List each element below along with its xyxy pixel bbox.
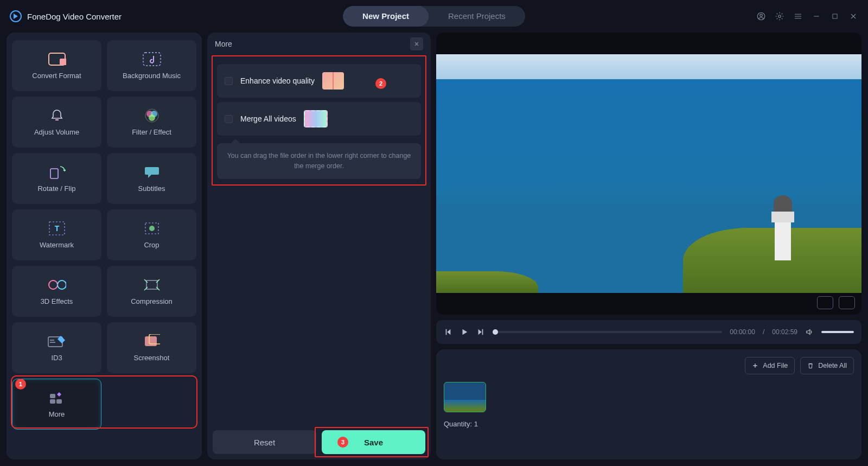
svg-rect-5 <box>60 59 66 65</box>
tool-watermark[interactable]: T Watermark <box>12 209 101 260</box>
close-icon[interactable] <box>410 37 423 50</box>
more-panel-header: More <box>207 33 431 55</box>
preview-corner-actions <box>817 296 855 309</box>
grid-apps-icon <box>48 391 66 405</box>
window-minimize-icon[interactable] <box>812 11 821 21</box>
account-icon[interactable] <box>756 11 766 21</box>
time-sep: / <box>763 328 764 336</box>
tool-rotate-flip[interactable]: Rotate / Flip <box>12 153 101 204</box>
tool-label: Adjust Volume <box>34 128 79 136</box>
tab-recent-projects[interactable]: Recent Projects <box>429 6 525 27</box>
tool-compression[interactable]: Compression <box>107 266 196 317</box>
option-enhance-quality[interactable]: Enhance video quality <box>217 64 421 98</box>
seek-bar[interactable] <box>493 331 722 333</box>
option-label: Merge All videos <box>240 114 296 123</box>
merge-preview-icon <box>304 110 328 127</box>
tab-new-project[interactable]: New Project <box>343 6 429 27</box>
tool-label: More <box>49 410 65 418</box>
tool-adjust-volume[interactable]: Adjust Volume <box>12 97 101 148</box>
music-frame-icon <box>143 52 161 66</box>
app-title: FoneDog Video Converter <box>27 12 122 21</box>
save-button-label: Save <box>364 438 383 447</box>
checkbox-enhance[interactable] <box>225 77 233 85</box>
time-total: 00:02:59 <box>772 328 797 336</box>
fullscreen-icon[interactable] <box>839 296 855 309</box>
merge-hint: You can drag the file order in the lower… <box>217 143 421 179</box>
more-panel-body: Enhance video quality 2 Merge All videos… <box>207 55 431 430</box>
next-frame-icon[interactable] <box>476 328 485 336</box>
snapshot-icon[interactable] <box>817 296 833 309</box>
film-icon <box>48 52 66 66</box>
svg-rect-23 <box>50 399 55 404</box>
project-tabs: New Project Recent Projects <box>343 6 525 27</box>
svg-rect-22 <box>50 394 55 398</box>
tool-filter-effect[interactable]: Filter / Effect <box>107 97 196 148</box>
preview-panel: 00:00:00 / 00:02:59 Add File Delete All <box>436 33 861 459</box>
tool-3d-effects[interactable]: 3D Effects <box>12 266 101 317</box>
delete-all-button[interactable]: Delete All <box>800 357 854 374</box>
chat-icon <box>143 165 161 179</box>
prev-frame-icon[interactable] <box>444 328 452 336</box>
tool-label: Compression <box>131 297 173 305</box>
queue-thumbnails <box>444 382 854 412</box>
svg-point-15 <box>149 226 155 231</box>
tool-label: Watermark <box>40 241 74 249</box>
svg-point-16 <box>49 280 58 289</box>
svg-rect-24 <box>56 399 62 404</box>
play-icon[interactable] <box>460 328 469 336</box>
annotation-badge-1: 1 <box>15 379 26 390</box>
color-wheel-icon <box>143 108 161 123</box>
tool-label: 3D Effects <box>41 297 73 305</box>
option-merge-videos[interactable]: Merge All videos <box>217 102 421 136</box>
quantity-value: 1 <box>474 420 478 428</box>
tool-screenshot[interactable]: Screenshot <box>107 322 196 373</box>
add-file-label: Add File <box>763 362 788 369</box>
annotation-frame-2: Enhance video quality 2 Merge All videos… <box>212 55 426 186</box>
main-body: Convert Format Background Music Adjust V… <box>0 33 868 466</box>
tool-subtitles[interactable]: Subtitles <box>107 153 196 204</box>
svg-point-2 <box>778 15 781 18</box>
checkbox-merge[interactable] <box>225 115 233 123</box>
tool-convert-format[interactable]: Convert Format <box>12 40 101 91</box>
svg-rect-18 <box>146 280 157 289</box>
file-queue: Add File Delete All Quantity: 1 <box>436 349 861 459</box>
window-controls <box>756 11 858 21</box>
tool-crop[interactable]: Crop <box>107 209 196 260</box>
add-file-button[interactable]: Add File <box>745 357 795 374</box>
window-maximize-icon[interactable] <box>830 11 840 21</box>
svg-point-17 <box>58 280 66 289</box>
tool-label: Background Music <box>123 72 181 80</box>
player-controls: 00:00:00 / 00:02:59 <box>436 320 861 344</box>
app-logo-wrap: FoneDog Video Converter <box>10 10 122 22</box>
option-label: Enhance video quality <box>240 76 315 85</box>
compress-icon <box>143 278 161 292</box>
capture-icon <box>143 334 161 348</box>
window-close-icon[interactable] <box>848 11 858 21</box>
quantity-label: Quantity: <box>444 420 472 428</box>
settings-gear-icon[interactable] <box>775 11 784 21</box>
tool-id3[interactable]: ID3 <box>12 322 101 373</box>
svg-rect-3 <box>833 14 837 18</box>
delete-all-label: Delete All <box>818 362 847 369</box>
more-panel: More Enhance video quality 2 Merge All v… <box>207 33 431 459</box>
volume-slider[interactable] <box>821 331 854 333</box>
tool-label: Screenshot <box>134 354 170 362</box>
queue-actions: Add File Delete All <box>444 357 854 374</box>
reset-button[interactable]: Reset <box>213 430 316 454</box>
queue-item-1[interactable] <box>444 382 486 412</box>
crop-icon <box>143 221 161 235</box>
svg-text:T: T <box>54 224 59 233</box>
annotation-badge-3: 3 <box>337 437 348 448</box>
tools-panel: Convert Format Background Music Adjust V… <box>7 33 202 459</box>
tool-background-music[interactable]: Background Music <box>107 40 196 91</box>
menu-icon[interactable] <box>793 11 803 21</box>
glasses-3d-icon <box>48 278 66 292</box>
volume-icon[interactable] <box>805 328 814 336</box>
queue-quantity: Quantity: 1 <box>444 420 854 428</box>
tool-label: ID3 <box>51 354 62 362</box>
text-frame-icon: T <box>48 221 66 235</box>
tool-label: Filter / Effect <box>132 128 171 136</box>
bell-icon <box>48 108 66 123</box>
card-edit-icon <box>48 334 66 348</box>
svg-rect-20 <box>145 336 157 346</box>
